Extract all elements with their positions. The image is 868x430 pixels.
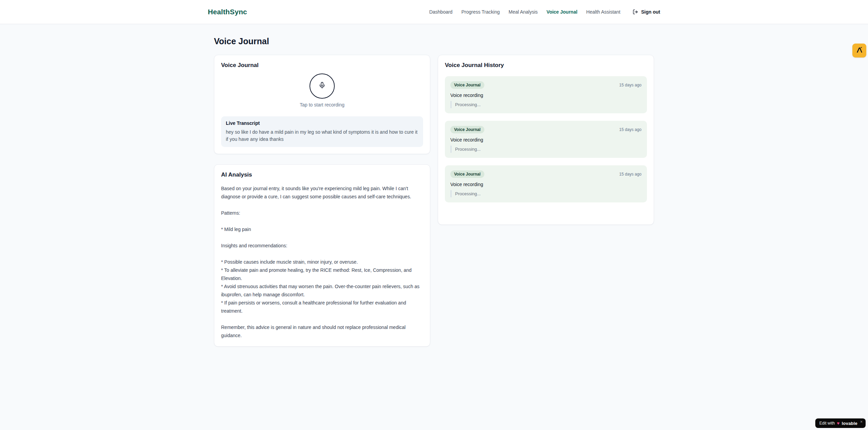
analysis-paragraph: Patterns: bbox=[221, 209, 423, 217]
ai-analysis-title: AI Analysis bbox=[221, 171, 423, 178]
analysis-paragraph: * Mild leg pain bbox=[221, 225, 423, 233]
live-transcript-text: hey so like I do have a mild pain in my … bbox=[226, 129, 418, 143]
microphone-icon bbox=[318, 81, 326, 91]
nav-dashboard[interactable]: Dashboard bbox=[429, 9, 453, 15]
entry-timestamp: 15 days ago bbox=[619, 127, 641, 132]
entry-timestamp: 15 days ago bbox=[619, 83, 641, 87]
analysis-bullet: * If pain persists or worsens, consult a… bbox=[221, 299, 423, 315]
entry-status: Processing... bbox=[451, 190, 641, 197]
edit-with-lovable-badge[interactable]: Edit with ♥ lovable × bbox=[815, 418, 866, 428]
nav-meal-analysis[interactable]: Meal Analysis bbox=[508, 9, 538, 15]
live-transcript-title: Live Transcript bbox=[226, 120, 418, 126]
edit-with-label: Edit with bbox=[819, 421, 835, 426]
history-entry[interactable]: Voice Journal 15 days ago Voice recordin… bbox=[445, 76, 647, 113]
analysis-bullet: * To alleviate pain and promote healing,… bbox=[221, 266, 423, 282]
lovable-brand-label: lovable bbox=[842, 421, 857, 426]
entry-label: Voice recording bbox=[450, 137, 641, 143]
entry-type-badge: Voice Journal bbox=[450, 126, 484, 133]
nav-voice-journal[interactable]: Voice Journal bbox=[547, 9, 578, 15]
sign-out-button[interactable]: Sign out bbox=[633, 9, 660, 15]
entry-type-badge: Voice Journal bbox=[450, 81, 484, 89]
analysis-paragraph: Based on your journal entry, it sounds l… bbox=[221, 184, 423, 201]
history-entry[interactable]: Voice Journal 15 days ago Voice recordin… bbox=[445, 121, 647, 158]
ai-analysis-body: Based on your journal entry, it sounds l… bbox=[221, 184, 423, 340]
nav-health-assistant[interactable]: Health Assistant bbox=[586, 9, 620, 15]
record-button[interactable] bbox=[310, 73, 335, 99]
close-icon[interactable]: × bbox=[860, 420, 863, 424]
tap-to-record-hint: Tap to start recording bbox=[221, 102, 423, 108]
sign-out-label: Sign out bbox=[641, 9, 660, 15]
app-header: HealthSync Dashboard Progress Tracking M… bbox=[0, 0, 868, 24]
left-column: Voice Journal Tap to start recording bbox=[214, 55, 430, 347]
page-title: Voice Journal bbox=[214, 36, 654, 46]
analysis-bullet: * Possible causes include muscle strain,… bbox=[221, 258, 423, 266]
entry-type-badge: Voice Journal bbox=[450, 170, 484, 178]
right-column: Voice Journal History Voice Journal 15 d… bbox=[438, 55, 654, 225]
analysis-paragraph: Remember, this advice is general in natu… bbox=[221, 323, 423, 340]
logout-icon bbox=[633, 9, 638, 15]
entry-status: Processing... bbox=[451, 146, 641, 153]
entry-label: Voice recording bbox=[450, 93, 641, 98]
lovable-mark-icon bbox=[856, 46, 863, 55]
ai-analysis-card: AI Analysis Based on your journal entry,… bbox=[214, 164, 430, 347]
main-nav: Dashboard Progress Tracking Meal Analysi… bbox=[429, 9, 660, 15]
history-card-title: Voice Journal History bbox=[445, 62, 647, 69]
history-entry[interactable]: Voice Journal 15 days ago Voice recordin… bbox=[445, 165, 647, 202]
recorder-card-title: Voice Journal bbox=[221, 62, 423, 69]
entry-label: Voice recording bbox=[450, 182, 641, 187]
heart-icon: ♥ bbox=[837, 421, 839, 426]
entry-status: Processing... bbox=[451, 101, 641, 108]
voice-recorder-card: Voice Journal Tap to start recording bbox=[214, 55, 430, 154]
app-logo[interactable]: HealthSync bbox=[208, 8, 247, 16]
analysis-paragraph: Insights and recommendations: bbox=[221, 242, 423, 250]
main-content: Voice Journal Voice Journal bbox=[214, 36, 654, 347]
voice-journal-history-card: Voice Journal History Voice Journal 15 d… bbox=[438, 55, 654, 225]
side-floating-button[interactable] bbox=[852, 44, 866, 57]
live-transcript-box: Live Transcript hey so like I do have a … bbox=[221, 116, 423, 147]
nav-progress-tracking[interactable]: Progress Tracking bbox=[461, 9, 500, 15]
analysis-bullet: * Avoid strenuous activities that may wo… bbox=[221, 282, 423, 299]
entry-timestamp: 15 days ago bbox=[619, 172, 641, 177]
